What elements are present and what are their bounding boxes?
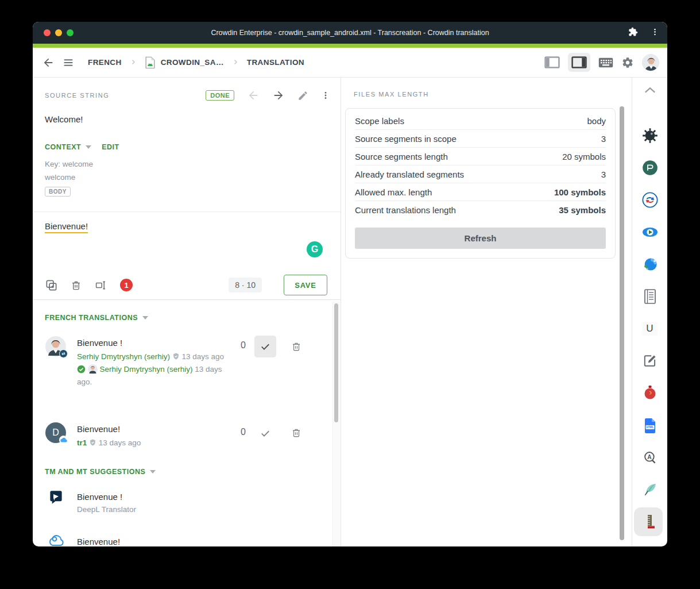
- back-button[interactable]: [42, 56, 55, 69]
- scrollbar-thumb[interactable]: [620, 106, 624, 540]
- string-editor: SOURCE STRING DONE: [33, 78, 341, 300]
- translations-list: FRENCH TRANSLATIONS Bienvenue !: [33, 300, 341, 546]
- layout-left-panel-icon[interactable]: [544, 56, 560, 68]
- collapse-chevron-up-icon[interactable]: [642, 82, 658, 98]
- tm-mt-suggestions-header[interactable]: TM AND MT SUGGESTIONS: [45, 468, 145, 476]
- window-title: Crowdin Enterprise - crowdin_sample_andr…: [211, 29, 489, 37]
- chevron-down-icon: [86, 145, 91, 149]
- translator-badge-icon: [59, 349, 68, 358]
- shield-check-icon: [89, 438, 96, 446]
- breadcrumb-section[interactable]: TRANSLATION: [247, 58, 304, 67]
- green-chat-p-app-icon[interactable]: [642, 160, 658, 176]
- table-row: Source segments length 20 symbols: [355, 148, 606, 165]
- extensions-puzzle-icon[interactable]: [628, 27, 638, 39]
- compose-edit-app-icon[interactable]: [642, 353, 658, 369]
- table-row: Source segments in scope 3: [355, 130, 606, 148]
- notebook-app-icon[interactable]: [642, 288, 658, 305]
- letter-u-app-icon[interactable]: U: [642, 321, 658, 337]
- maximize-window-button[interactable]: [67, 29, 74, 36]
- table-row: Current translations length 35 symbols: [355, 201, 606, 218]
- red-bauble-app-icon[interactable]: [642, 385, 658, 401]
- edit-pencil-icon[interactable]: [297, 90, 308, 101]
- svg-text:A: A: [647, 454, 652, 460]
- refresh-button[interactable]: Refresh: [355, 228, 606, 249]
- approver-link[interactable]: Serhiy Dmytryshyn (serhiy): [100, 365, 193, 374]
- ruler-app-icon[interactable]: [642, 514, 658, 530]
- author-link[interactable]: tr1: [77, 438, 87, 447]
- avatar: [45, 336, 66, 357]
- delete-translation-icon[interactable]: [291, 341, 301, 355]
- delete-translation-trash-icon[interactable]: [71, 279, 82, 291]
- context-edit-button[interactable]: EDIT: [102, 143, 119, 151]
- svg-text:HTML: HTML: [646, 426, 653, 429]
- dark-gear-app-icon[interactable]: [642, 128, 658, 144]
- breadcrumb-chevron-icon: [130, 57, 137, 68]
- rating-count: 0: [241, 340, 246, 351]
- context-toggle[interactable]: CONTEXT: [45, 143, 81, 151]
- approve-check-button[interactable]: [254, 422, 276, 444]
- desktop-background: Crowdin Enterprise - crowdin_sample_andr…: [0, 0, 700, 589]
- minimize-window-button[interactable]: [55, 29, 62, 36]
- next-string-icon[interactable]: [272, 89, 285, 102]
- copy-source-icon[interactable]: [45, 279, 58, 292]
- files-max-length-panel: FILES MAX LENGTH Scope labels body Sourc…: [341, 78, 632, 546]
- window-titlebar: Crowdin Enterprise - crowdin_sample_andr…: [33, 22, 667, 44]
- issues-count-badge[interactable]: 1: [120, 279, 133, 291]
- row-value: 3: [601, 134, 606, 144]
- row-label: Source segments in scope: [355, 134, 457, 144]
- browser-menu-kebab-icon[interactable]: [651, 28, 659, 39]
- breadcrumb-file[interactable]: CROWDIN_SA…: [161, 58, 224, 67]
- status-badge: DONE: [206, 90, 234, 101]
- blue-globe-app-icon[interactable]: [642, 256, 658, 272]
- chevron-down-icon: [150, 470, 156, 473]
- row-value: 100 symbols: [554, 187, 606, 197]
- shield-check-icon: [172, 352, 180, 360]
- row-value: 3: [601, 170, 606, 179]
- keyboard-shortcuts-icon[interactable]: [598, 57, 613, 68]
- search-letter-app-icon[interactable]: A: [642, 450, 658, 466]
- cloud-badge-icon: [59, 436, 68, 444]
- row-value: 20 symbols: [562, 152, 606, 161]
- close-window-button[interactable]: [44, 29, 51, 36]
- suggestion-text: Bienvenue!: [77, 537, 120, 546]
- suggestion-provider: DeepL Translator: [77, 505, 136, 514]
- save-button[interactable]: SAVE: [284, 275, 327, 295]
- approver-avatar: [88, 364, 98, 374]
- menu-hamburger-icon[interactable]: [63, 57, 74, 68]
- breadcrumb-language[interactable]: FRENCH: [88, 58, 122, 67]
- rating-count: 0: [241, 427, 246, 437]
- row-label: Current translations length: [355, 205, 456, 215]
- table-row: Scope labels body: [355, 112, 606, 130]
- swap-arrows-app-icon[interactable]: [642, 192, 658, 208]
- more-options-kebab-icon[interactable]: [321, 91, 330, 100]
- source-string-text: Welcome!: [45, 114, 83, 124]
- layout-right-panel-icon[interactable]: [568, 53, 590, 72]
- author-link[interactable]: Serhiy Dmytryshyn (serhiy): [77, 352, 170, 361]
- clear-selection-icon[interactable]: [94, 279, 107, 291]
- html-file-app-icon[interactable]: HTML: [642, 418, 658, 434]
- chevron-down-icon: [142, 316, 148, 319]
- eye-preview-app-icon[interactable]: [642, 224, 658, 240]
- scrollbar-thumb[interactable]: [334, 303, 338, 422]
- previous-string-icon[interactable]: [247, 89, 260, 102]
- app-window: Crowdin Enterprise - crowdin_sample_andr…: [33, 22, 667, 546]
- row-label: Already translated segments: [355, 170, 464, 179]
- french-translations-header[interactable]: FRENCH TRANSLATIONS: [45, 314, 138, 322]
- row-value: body: [587, 116, 606, 126]
- grammarly-icon[interactable]: G: [307, 241, 323, 257]
- user-avatar[interactable]: [642, 54, 659, 71]
- translation-time: 13 days ago: [99, 438, 141, 447]
- length-counter: 8 · 10: [229, 278, 262, 292]
- context-value: welcome: [45, 173, 75, 182]
- breadcrumb-chevron-icon: [232, 57, 239, 68]
- table-row: Already translated segments 3: [355, 165, 606, 183]
- feather-app-icon[interactable]: [642, 482, 658, 498]
- delete-translation-icon[interactable]: [291, 427, 301, 441]
- context-key: Key: welcome: [45, 160, 93, 168]
- context-label-chip: BODY: [45, 187, 71, 197]
- settings-gear-icon[interactable]: [621, 56, 634, 69]
- approve-check-button[interactable]: [254, 336, 276, 357]
- deepl-icon: [48, 490, 64, 507]
- translation-input[interactable]: Bienvenue!: [45, 221, 88, 231]
- divider: [33, 211, 341, 212]
